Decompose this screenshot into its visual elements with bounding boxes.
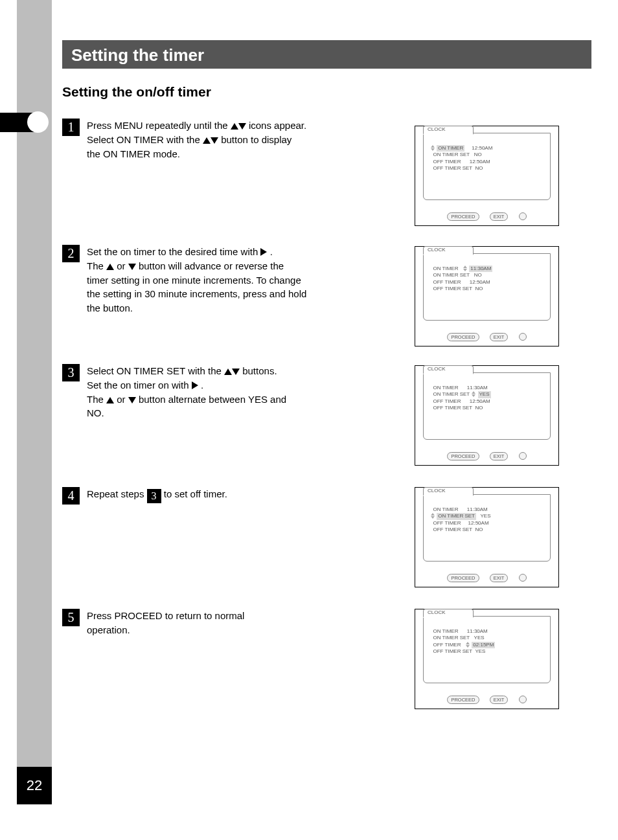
text: The [87,394,106,405]
text: button to display [221,134,292,145]
osd-exit-button[interactable]: EXIT [490,696,509,704]
osd-extra-button[interactable] [519,333,527,341]
osd-label: OFF TIMER [433,398,461,404]
osd-label: OFF TIMER SET [433,286,472,291]
text: or [117,260,128,271]
text: operation. [87,624,130,635]
osd-label: OFF TIMER SET [433,165,472,171]
osd-value: 12:50AM [470,159,490,165]
osd-label: OFF TIMER [433,159,461,165]
down-icon [238,123,246,130]
text: Press PROCEED to return to normal [87,610,244,621]
osd-value: 12:50AM [472,145,492,151]
step-text: Select ON TIMER SET with the buttons. Se… [87,364,406,420]
osd-value: YES [474,635,485,641]
up-icon [106,397,114,403]
step-text: Repeat steps 3 to set off timer. [87,487,406,503]
text: the ON TIMER mode. [87,148,180,159]
osd-exit-button[interactable]: EXIT [490,574,509,582]
osd-value: 12:50AM [468,520,489,526]
osd-exit-button[interactable]: EXIT [490,212,509,221]
osd-label: ON TIMER SET [433,635,470,641]
osd-extra-button[interactable] [519,452,527,460]
step-number: 4 [62,487,80,505]
osd-tab-label: CLOCK [428,126,446,132]
text: the setting in 30 minute increments, pre… [87,288,306,299]
osd-value: 11:30AM [467,506,488,512]
step-5: 5 Press PROCEED to return to normal oper… [62,609,406,637]
osd-proceed-button[interactable]: PROCEED [447,212,479,221]
up-icon [106,264,114,270]
text: . [270,246,273,257]
osd-screen: CLOCK ON TIMER 11:30AM ON TIMER SET NO O… [423,253,551,321]
step-1: 1 Press MENU repeatedly until the icons … [62,119,406,161]
osd-highlight: 02:15PM [472,642,495,648]
osd-value: 11:30AM [467,628,488,634]
up-icon [224,369,232,375]
osd-button-row: PROCEED EXIT [415,693,558,705]
step-text: Press PROCEED to return to normal operat… [87,609,406,637]
osd-label: ON TIMER SET [433,272,470,278]
osd-highlight: YES [478,391,491,398]
osd-exit-button[interactable]: EXIT [490,452,509,460]
osd-extra-button[interactable] [519,212,527,220]
osd-tab-label: CLOCK [428,609,446,615]
text: the button. [87,302,133,313]
osd-value: NO [475,405,483,411]
osd-panel-3: CLOCK ON TIMER 11:30AM ON TIMER SET YES … [415,365,559,466]
osd-proceed-button[interactable]: PROCEED [447,696,479,704]
step-3: 3 Select ON TIMER SET with the buttons. … [62,364,406,420]
osd-panel-4: CLOCK ON TIMER 11:30AM ON TIMER SET YES … [415,487,559,587]
osd-label: OFF TIMER [433,520,461,526]
osd-value: 12:50AM [470,279,490,285]
osd-value: NO [475,165,483,171]
osd-button-row: PROCEED EXIT [415,210,558,221]
osd-screen: CLOCK ON TIMER 11:30AM ON TIMER SET YES … [423,616,551,683]
osd-highlight: ON TIMER SET [437,513,476,519]
up-icon [231,123,238,130]
osd-screen: CLOCK ON TIMER 12:50AM ON TIMER SET NO O… [423,133,551,200]
osd-tab-label: CLOCK [428,366,446,372]
step-text: Set the on timer to the desired time wit… [87,245,406,315]
step-ref: 3 [147,489,161,503]
osd-value: YES [475,648,485,654]
text: Repeat steps [87,488,147,499]
text: timer setting in one minute increments. … [87,275,301,286]
right-icon [192,381,198,389]
osd-label: OFF TIMER [433,279,461,285]
osd-value: 12:50AM [470,398,490,404]
text: . [201,380,203,391]
step-2: 2 Set the on timer to the desired time w… [62,245,406,315]
osd-panel-2: CLOCK ON TIMER 11:30AM ON TIMER SET NO O… [415,246,559,346]
osd-value: NO [474,272,482,278]
step-text: Press MENU repeatedly until the icons ap… [87,119,406,161]
step-number: 3 [62,364,80,381]
right-icon [260,248,267,256]
osd-label: ON TIMER SET [433,391,470,397]
text: Select ON TIMER SET with the [87,365,224,376]
osd-proceed-button[interactable]: PROCEED [447,333,479,341]
section-subtitle: Setting the on/off timer [62,84,211,100]
osd-button-row: PROCEED EXIT [415,330,558,342]
osd-proceed-button[interactable]: PROCEED [447,574,479,582]
osd-label: ON TIMER SET [433,152,470,157]
osd-screen: CLOCK ON TIMER 11:30AM ON TIMER SET YES … [423,372,551,440]
osd-value: NO [475,286,483,291]
text: icons appear. [249,120,306,131]
osd-extra-button[interactable] [519,696,527,703]
osd-exit-button[interactable]: EXIT [490,333,509,341]
osd-label: ON TIMER [433,628,458,634]
text: Set the on timer on with [87,380,192,391]
osd-extra-button[interactable] [519,574,527,582]
osd-value: 11:30AM [467,385,488,391]
text: NO. [87,407,104,418]
osd-value: NO [474,152,482,157]
osd-label: OFF TIMER SET [433,527,472,532]
osd-tab-label: CLOCK [428,488,446,494]
osd-button-row: PROCEED EXIT [415,449,558,461]
tab-hinge-circle [27,111,49,133]
step-number: 2 [62,245,80,262]
step-number: 1 [62,119,80,136]
osd-button-row: PROCEED EXIT [415,571,558,583]
osd-proceed-button[interactable]: PROCEED [447,452,479,460]
